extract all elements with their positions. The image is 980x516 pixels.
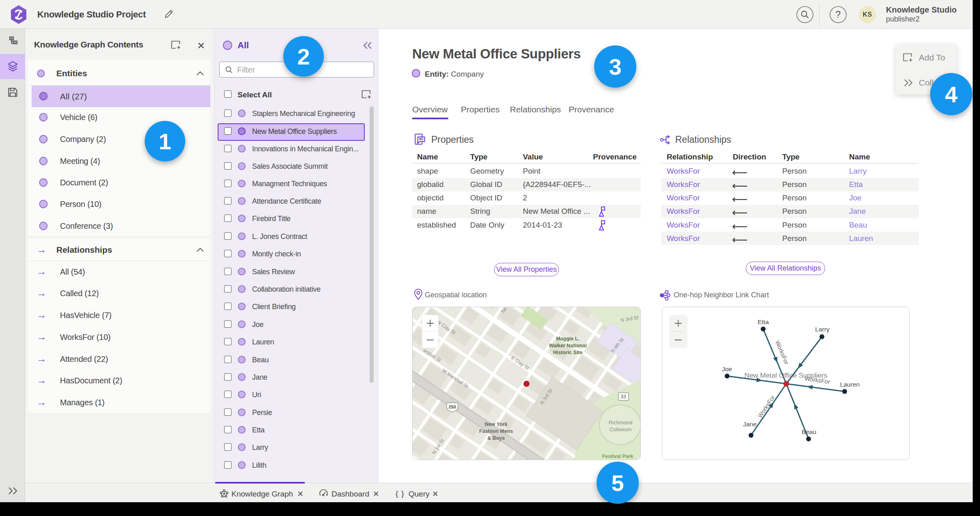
svg-text:250: 250 <box>449 404 456 409</box>
svg-text:Richmond: Richmond <box>609 419 633 426</box>
svg-text:Jane: Jane <box>743 421 757 428</box>
svg-text:Joe: Joe <box>722 366 732 372</box>
svg-text:Fashion Mens: Fashion Mens <box>479 428 513 434</box>
svg-text:New York: New York <box>485 421 507 427</box>
svg-text:Maggie L.: Maggie L. <box>556 336 580 342</box>
svg-text:33: 33 <box>621 394 626 400</box>
svg-text:Beau: Beau <box>802 428 816 435</box>
svg-text:Historic Site: Historic Site <box>553 350 583 355</box>
svg-text:Etta: Etta <box>757 318 769 325</box>
svg-text:Coliseum: Coliseum <box>610 426 631 432</box>
svg-text:& Boys: & Boys <box>487 435 505 441</box>
svg-text:Lauren: Lauren <box>840 381 860 388</box>
svg-text:Larry: Larry <box>815 326 830 333</box>
svg-text:New Metal Office Suppliers: New Metal Office Suppliers <box>745 372 828 379</box>
svg-text:Walker National: Walker National <box>549 343 586 348</box>
svg-text:Festival Park: Festival Park <box>602 454 633 459</box>
svg-text:?: ? <box>836 9 841 20</box>
